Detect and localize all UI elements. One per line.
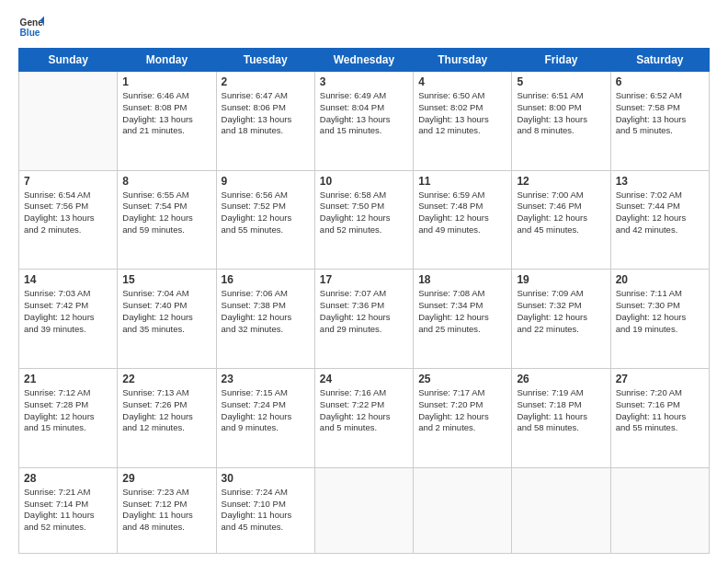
day-number: 23 (222, 373, 310, 385)
weekday-header: Thursday (414, 49, 512, 72)
day-number: 6 (616, 75, 704, 88)
calendar-cell: 11Sunrise: 6:59 AM Sunset: 7:48 PM Dayli… (414, 170, 512, 270)
day-info: Sunrise: 6:56 AM Sunset: 7:52 PM Dayligh… (222, 190, 310, 236)
day-number: 3 (320, 75, 408, 88)
svg-text:Blue: Blue (20, 28, 40, 38)
day-number: 7 (24, 175, 112, 188)
day-number: 25 (418, 373, 506, 385)
day-info: Sunrise: 6:47 AM Sunset: 8:06 PM Dayligh… (222, 90, 310, 137)
calendar-cell: 21Sunrise: 7:12 AM Sunset: 7:28 PM Dayli… (19, 369, 118, 468)
day-info: Sunrise: 6:58 AM Sunset: 7:50 PM Dayligh… (320, 190, 408, 236)
calendar-cell: 14Sunrise: 7:03 AM Sunset: 7:42 PM Dayli… (19, 270, 118, 369)
day-info: Sunrise: 6:51 AM Sunset: 8:00 PM Dayligh… (517, 90, 605, 137)
logo: General Blue (18, 15, 44, 40)
day-number: 22 (122, 373, 210, 385)
weekday-header: Friday (512, 49, 610, 72)
calendar-cell: 27Sunrise: 7:20 AM Sunset: 7:16 PM Dayli… (610, 369, 709, 468)
day-number: 8 (122, 175, 210, 188)
day-info: Sunrise: 7:21 AM Sunset: 7:14 PM Dayligh… (24, 487, 112, 534)
day-info: Sunrise: 6:54 AM Sunset: 7:56 PM Dayligh… (24, 190, 112, 236)
calendar-cell: 25Sunrise: 7:17 AM Sunset: 7:20 PM Dayli… (414, 369, 512, 468)
calendar-cell: 7Sunrise: 6:54 AM Sunset: 7:56 PM Daylig… (19, 170, 118, 270)
calendar-cell (414, 467, 512, 553)
day-info: Sunrise: 7:12 AM Sunset: 7:28 PM Dayligh… (24, 387, 112, 434)
day-number: 18 (418, 273, 506, 286)
day-number: 5 (517, 75, 605, 88)
day-number: 20 (616, 273, 704, 286)
calendar-cell: 13Sunrise: 7:02 AM Sunset: 7:44 PM Dayli… (610, 170, 709, 270)
calendar-week-row: 28Sunrise: 7:21 AM Sunset: 7:14 PM Dayli… (19, 467, 710, 553)
calendar-table: SundayMondayTuesdayWednesdayThursdayFrid… (18, 48, 710, 554)
calendar-cell: 8Sunrise: 6:55 AM Sunset: 7:54 PM Daylig… (118, 170, 216, 270)
header: General Blue (18, 15, 710, 40)
day-info: Sunrise: 7:03 AM Sunset: 7:42 PM Dayligh… (24, 288, 112, 335)
calendar-week-row: 1Sunrise: 6:46 AM Sunset: 8:08 PM Daylig… (19, 72, 710, 171)
weekday-header: Wednesday (314, 49, 413, 72)
day-info: Sunrise: 6:49 AM Sunset: 8:04 PM Dayligh… (320, 90, 408, 137)
calendar-cell: 5Sunrise: 6:51 AM Sunset: 8:00 PM Daylig… (512, 72, 610, 171)
calendar-cell (314, 467, 413, 553)
day-number: 30 (222, 472, 310, 485)
calendar-cell: 28Sunrise: 7:21 AM Sunset: 7:14 PM Dayli… (19, 467, 118, 553)
calendar-cell: 1Sunrise: 6:46 AM Sunset: 8:08 PM Daylig… (118, 72, 216, 171)
calendar-cell: 9Sunrise: 6:56 AM Sunset: 7:52 PM Daylig… (216, 170, 314, 270)
calendar-cell (512, 467, 610, 553)
day-info: Sunrise: 7:02 AM Sunset: 7:44 PM Dayligh… (616, 190, 704, 236)
day-info: Sunrise: 7:20 AM Sunset: 7:16 PM Dayligh… (616, 387, 704, 434)
calendar-week-row: 21Sunrise: 7:12 AM Sunset: 7:28 PM Dayli… (19, 369, 710, 468)
calendar-cell (19, 72, 118, 171)
day-info: Sunrise: 7:04 AM Sunset: 7:40 PM Dayligh… (122, 288, 210, 335)
day-info: Sunrise: 7:15 AM Sunset: 7:24 PM Dayligh… (222, 387, 310, 434)
day-number: 21 (24, 373, 112, 385)
logo-icon: General Blue (18, 15, 44, 40)
calendar-cell: 12Sunrise: 7:00 AM Sunset: 7:46 PM Dayli… (512, 170, 610, 270)
day-info: Sunrise: 7:06 AM Sunset: 7:38 PM Dayligh… (222, 288, 310, 335)
day-info: Sunrise: 7:17 AM Sunset: 7:20 PM Dayligh… (418, 387, 506, 434)
day-number: 19 (517, 273, 605, 286)
day-info: Sunrise: 7:00 AM Sunset: 7:46 PM Dayligh… (517, 190, 605, 236)
day-number: 24 (320, 373, 408, 385)
day-number: 15 (122, 273, 210, 286)
weekday-header: Sunday (19, 49, 118, 72)
day-number: 1 (122, 75, 210, 88)
day-number: 4 (418, 75, 506, 88)
calendar-cell: 6Sunrise: 6:52 AM Sunset: 7:58 PM Daylig… (610, 72, 709, 171)
day-number: 9 (222, 175, 310, 188)
day-number: 26 (517, 373, 605, 385)
calendar-cell: 20Sunrise: 7:11 AM Sunset: 7:30 PM Dayli… (610, 270, 709, 369)
calendar-cell: 29Sunrise: 7:23 AM Sunset: 7:12 PM Dayli… (118, 467, 216, 553)
day-number: 16 (222, 273, 310, 286)
day-info: Sunrise: 7:23 AM Sunset: 7:12 PM Dayligh… (122, 487, 210, 534)
calendar-cell: 24Sunrise: 7:16 AM Sunset: 7:22 PM Dayli… (314, 369, 413, 468)
calendar-cell: 2Sunrise: 6:47 AM Sunset: 8:06 PM Daylig… (216, 72, 314, 171)
calendar-cell: 23Sunrise: 7:15 AM Sunset: 7:24 PM Dayli… (216, 369, 314, 468)
calendar-cell: 10Sunrise: 6:58 AM Sunset: 7:50 PM Dayli… (314, 170, 413, 270)
day-number: 14 (24, 273, 112, 286)
day-number: 2 (222, 75, 310, 88)
calendar-week-row: 14Sunrise: 7:03 AM Sunset: 7:42 PM Dayli… (19, 270, 710, 369)
day-number: 13 (616, 175, 704, 188)
calendar-cell: 19Sunrise: 7:09 AM Sunset: 7:32 PM Dayli… (512, 270, 610, 369)
calendar-cell: 16Sunrise: 7:06 AM Sunset: 7:38 PM Dayli… (216, 270, 314, 369)
day-info: Sunrise: 7:11 AM Sunset: 7:30 PM Dayligh… (616, 288, 704, 335)
calendar-cell: 3Sunrise: 6:49 AM Sunset: 8:04 PM Daylig… (314, 72, 413, 171)
day-number: 29 (122, 472, 210, 485)
calendar-cell: 17Sunrise: 7:07 AM Sunset: 7:36 PM Dayli… (314, 270, 413, 369)
calendar-week-row: 7Sunrise: 6:54 AM Sunset: 7:56 PM Daylig… (19, 170, 710, 270)
day-info: Sunrise: 7:24 AM Sunset: 7:10 PM Dayligh… (222, 487, 310, 534)
calendar-cell: 22Sunrise: 7:13 AM Sunset: 7:26 PM Dayli… (118, 369, 216, 468)
day-info: Sunrise: 6:55 AM Sunset: 7:54 PM Dayligh… (122, 190, 210, 236)
day-info: Sunrise: 7:08 AM Sunset: 7:34 PM Dayligh… (418, 288, 506, 335)
day-info: Sunrise: 7:19 AM Sunset: 7:18 PM Dayligh… (517, 387, 605, 434)
day-info: Sunrise: 7:09 AM Sunset: 7:32 PM Dayligh… (517, 288, 605, 335)
day-number: 28 (24, 472, 112, 485)
weekday-header: Tuesday (216, 49, 314, 72)
day-info: Sunrise: 6:59 AM Sunset: 7:48 PM Dayligh… (418, 190, 506, 236)
day-info: Sunrise: 7:07 AM Sunset: 7:36 PM Dayligh… (320, 288, 408, 335)
day-number: 10 (320, 175, 408, 188)
day-info: Sunrise: 6:46 AM Sunset: 8:08 PM Dayligh… (122, 90, 210, 137)
page: General Blue SundayMondayTuesdayWednesda… (0, 0, 728, 563)
day-number: 11 (418, 175, 506, 188)
day-info: Sunrise: 7:13 AM Sunset: 7:26 PM Dayligh… (122, 387, 210, 434)
day-info: Sunrise: 6:52 AM Sunset: 7:58 PM Dayligh… (616, 90, 704, 137)
